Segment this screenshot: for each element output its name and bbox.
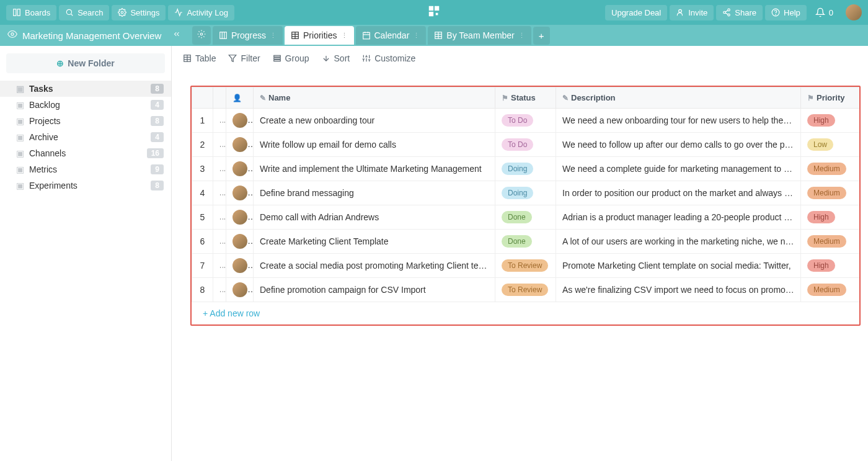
row-assignee[interactable] (226, 157, 254, 181)
row-menu-button[interactable]: ⋮ (213, 157, 226, 181)
sidebar-item-projects[interactable]: ▣Projects8 (0, 113, 171, 129)
add-row-button[interactable]: + Add new row (192, 302, 859, 324)
row-name-cell[interactable]: Create a social media post promoting Mar… (254, 254, 495, 278)
search-button[interactable]: Search (59, 5, 109, 20)
sidebar-item-metrics[interactable]: ▣Metrics9 (0, 161, 171, 177)
row-name-cell[interactable]: Write follow up email for demo calls (254, 133, 495, 157)
notifications-button[interactable]: 0 (809, 4, 839, 20)
group-button[interactable]: Group (273, 53, 309, 63)
svg-line-3 (71, 14, 73, 16)
view-table-button[interactable]: Table (183, 53, 216, 63)
row-status-cell[interactable]: Doing (495, 157, 556, 181)
col-header-status[interactable]: ⚑Status (495, 87, 556, 109)
row-desc-cell[interactable]: Promote Marketing Client template on soc… (556, 254, 801, 278)
table-row[interactable]: 8⋮Define promotion campaign for CSV Impo… (192, 278, 860, 302)
sidebar-item-archive[interactable]: ▣Archive4 (0, 129, 171, 145)
col-header-name[interactable]: ✎Name (254, 87, 495, 109)
add-tab-button[interactable]: + (533, 27, 550, 45)
filter-button[interactable]: Filter (228, 53, 260, 63)
row-name-cell[interactable]: Create a new onboarding tour (254, 109, 495, 133)
sidebar-item-channels[interactable]: ▣Channels16 (0, 145, 171, 161)
row-desc-cell[interactable]: We need a new onboarding tour for new us… (556, 109, 801, 133)
row-status-cell[interactable]: To Do (495, 133, 556, 157)
row-status-cell[interactable]: To Review (495, 254, 556, 278)
workspace-title[interactable]: Marketing Management Overview (22, 30, 165, 41)
col-header-priority[interactable]: ⚑Priority (801, 87, 860, 109)
row-priority-cell[interactable]: Medium (801, 181, 860, 205)
row-desc-cell[interactable]: We need to follow up after our demo call… (556, 133, 801, 157)
row-assignee[interactable] (226, 109, 254, 133)
row-status-cell[interactable]: To Do (495, 109, 556, 133)
share-button[interactable]: Share (716, 5, 763, 20)
row-menu-button[interactable]: ⋮ (213, 278, 226, 302)
sort-button[interactable]: Sort (322, 53, 350, 63)
row-desc-cell[interactable]: As we're finalizing CSV import we need t… (556, 278, 801, 302)
folder-icon: ▣ (16, 116, 24, 126)
row-priority-cell[interactable]: Medium (801, 157, 860, 181)
row-desc-cell[interactable]: In order to position our product on the … (556, 181, 801, 205)
row-name-cell[interactable]: Define promotion campaign for CSV Import (254, 278, 495, 302)
row-status-cell[interactable]: To Review (495, 278, 556, 302)
row-priority-cell[interactable]: Low (801, 133, 860, 157)
row-menu-button[interactable]: ⋮ (213, 133, 226, 157)
user-avatar[interactable] (846, 4, 862, 20)
sidebar-item-backlog[interactable]: ▣Backlog4 (0, 97, 171, 113)
row-priority-cell[interactable]: High (801, 109, 860, 133)
table-row[interactable]: 7⋮Create a social media post promoting M… (192, 254, 860, 278)
invite-button[interactable]: Invite (670, 5, 714, 20)
row-menu-button[interactable]: ⋮ (213, 230, 226, 254)
row-assignee[interactable] (226, 278, 254, 302)
row-name-cell[interactable]: Define brand messaging (254, 181, 495, 205)
row-priority-cell[interactable]: High (801, 254, 860, 278)
row-menu-button[interactable]: ⋮ (213, 109, 226, 133)
table-row[interactable]: 3⋮Write and implement the Ultimate Marke… (192, 157, 860, 181)
table-row[interactable]: 5⋮Demo call with Adrian AndrewsDoneAdria… (192, 205, 860, 230)
tab-settings-button[interactable] (192, 26, 211, 45)
row-status-cell[interactable]: Done (495, 230, 556, 254)
col-header-assignee[interactable]: 👤 (226, 87, 254, 109)
upgrade-button[interactable]: Upgrade Deal (605, 5, 667, 20)
table-row[interactable]: 6⋮Create Marketing Client TemplateDoneA … (192, 230, 860, 254)
priority-badge: Medium (807, 187, 846, 199)
row-priority-cell[interactable]: Medium (801, 278, 860, 302)
row-name-cell[interactable]: Demo call with Adrian Andrews (254, 205, 495, 230)
tab-calendar[interactable]: Calendar ⋮ (356, 26, 427, 45)
activity-button[interactable]: Activity Log (168, 5, 234, 20)
sidebar-item-tasks[interactable]: ▣Tasks8 (0, 81, 171, 97)
row-desc-cell[interactable]: We need a complete guide for marketing m… (556, 157, 801, 181)
row-status-cell[interactable]: Done (495, 205, 556, 230)
sidebar-item-experiments[interactable]: ▣Experiments8 (0, 177, 171, 194)
tab-menu-icon[interactable]: ⋮ (518, 32, 525, 40)
row-assignee[interactable] (226, 230, 254, 254)
table-row[interactable]: 1⋮Create a new onboarding tourTo DoWe ne… (192, 109, 860, 133)
row-desc-cell[interactable]: Adrian is a product manager leading a 20… (556, 205, 801, 230)
row-menu-button[interactable]: ⋮ (213, 181, 226, 205)
col-header-description[interactable]: ✎Description (556, 87, 801, 109)
collapse-sidebar-button[interactable] (170, 27, 184, 43)
row-name-cell[interactable]: Write and implement the Ultimate Marketi… (254, 157, 495, 181)
row-assignee[interactable] (226, 205, 254, 230)
boards-button[interactable]: Boards (6, 5, 56, 20)
row-desc-cell[interactable]: A lot of our users are working in the ma… (556, 230, 801, 254)
tab-menu-icon[interactable]: ⋮ (413, 32, 420, 40)
tab-menu-icon[interactable]: ⋮ (341, 32, 348, 40)
row-menu-button[interactable]: ⋮ (213, 254, 226, 278)
table-row[interactable]: 2⋮Write follow up email for demo callsTo… (192, 133, 860, 157)
row-name-cell[interactable]: Create Marketing Client Template (254, 230, 495, 254)
table-row[interactable]: 4⋮Define brand messagingDoingIn order to… (192, 181, 860, 205)
tab-progress[interactable]: Progress ⋮ (213, 26, 283, 45)
row-assignee[interactable] (226, 133, 254, 157)
new-folder-button[interactable]: ⊕ New Folder (6, 53, 165, 73)
tab-priorities[interactable]: Priorities ⋮ (285, 26, 353, 45)
row-priority-cell[interactable]: Medium (801, 230, 860, 254)
row-assignee[interactable] (226, 254, 254, 278)
tab-by-team-member[interactable]: By Team Member ⋮ (428, 26, 531, 45)
settings-button[interactable]: Settings (112, 5, 166, 20)
row-menu-button[interactable]: ⋮ (213, 205, 226, 230)
row-priority-cell[interactable]: High (801, 205, 860, 230)
help-button[interactable]: Help (765, 5, 807, 20)
row-assignee[interactable] (226, 181, 254, 205)
row-status-cell[interactable]: Doing (495, 181, 556, 205)
tab-menu-icon[interactable]: ⋮ (270, 32, 277, 40)
customize-button[interactable]: Customize (362, 53, 415, 63)
